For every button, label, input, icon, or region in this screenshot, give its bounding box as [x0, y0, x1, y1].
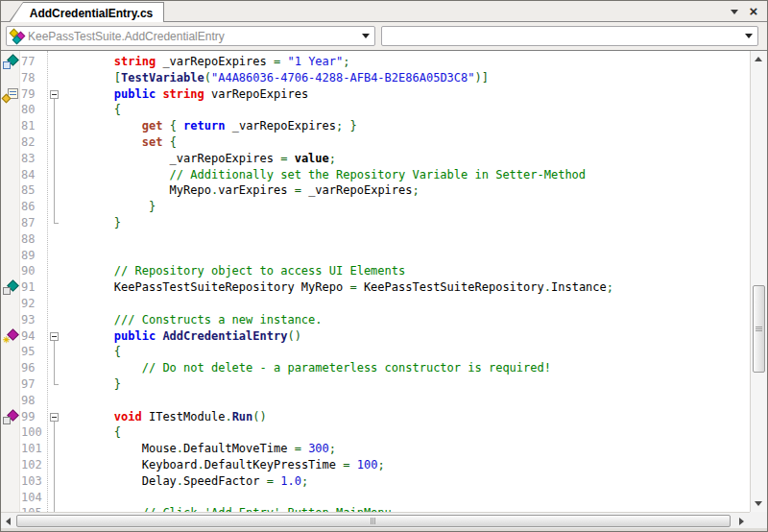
- code-line: 79 public string varRepoExpires: [1, 86, 750, 103]
- document-tab[interactable]: AddCredentialEntry.cs: [9, 2, 164, 22]
- line-number: 78: [21, 70, 47, 86]
- line-number: 85: [21, 182, 47, 199]
- navigation-bar: KeePassTestSuite.AddCredentialEntry: [1, 22, 767, 51]
- vertical-scrollbar[interactable]: [750, 51, 767, 512]
- code-line: 89: [1, 248, 750, 264]
- code-line: 100 {: [1, 424, 750, 441]
- code-line: 93 /// Constructs a new instance.: [1, 312, 750, 328]
- member-selector-combobox[interactable]: [381, 26, 758, 46]
- horizontal-scrollbar[interactable]: [1, 512, 750, 529]
- line-number: 91: [21, 279, 47, 296]
- field-icon: [3, 55, 18, 69]
- chevron-down-icon[interactable]: [740, 34, 757, 38]
- line-number: 102: [21, 457, 47, 473]
- code-line: 95 {: [1, 344, 750, 360]
- code-line: 85 MyRepo.varExpires = _varRepoExpires;: [1, 182, 750, 199]
- code-line: 87 }: [1, 215, 750, 231]
- line-number: 90: [21, 263, 47, 279]
- field-icon: [3, 280, 18, 295]
- code-line: 98: [1, 393, 750, 409]
- code-line: 91 KeePassTestSuiteRepository MyRepo = K…: [1, 279, 750, 296]
- line-number: 87: [21, 215, 47, 231]
- line-number: 89: [21, 248, 47, 264]
- code-line: 78 [TestVariable("A4A86036-4706-4288-AFB…: [1, 70, 750, 86]
- tab-title: AddCredentialEntry.cs: [20, 7, 153, 20]
- line-number: 86: [21, 199, 47, 215]
- tab-list-dropdown-icon[interactable]: [727, 4, 742, 19]
- line-number: 79: [21, 86, 47, 103]
- class-icon: [9, 28, 26, 45]
- line-number: 99: [21, 409, 47, 425]
- fold-toggle[interactable]: [50, 413, 59, 422]
- code-line: 80 {: [1, 102, 750, 118]
- code-editor[interactable]: 77 string _varRepoExpires = "1 Year";78 …: [1, 51, 750, 512]
- method-icon: ✳: [3, 329, 18, 344]
- scroll-down-icon[interactable]: [755, 501, 762, 506]
- fold-guide: [54, 99, 55, 223]
- line-number: 103: [21, 473, 47, 490]
- code-line: 103 Delay.SpeedFactor = 1.0;: [1, 473, 750, 490]
- code-line: 88: [1, 231, 750, 248]
- line-number: 77: [21, 54, 47, 70]
- code-line: 94 public AddCredentialEntry(): [1, 328, 750, 345]
- fold-toggle[interactable]: [50, 90, 59, 99]
- property-icon: [3, 87, 18, 102]
- line-number: 92: [21, 296, 47, 312]
- line-number: 105: [21, 505, 47, 512]
- line-number: 100: [21, 424, 47, 441]
- line-number: 95: [21, 344, 47, 360]
- code-line: 86 }: [1, 199, 750, 215]
- window-bottom-strip: [1, 528, 767, 531]
- code-line: 92: [1, 296, 750, 312]
- horizontal-scrollbar-thumb[interactable]: [16, 515, 731, 527]
- fold-end-tick: [54, 384, 59, 385]
- code-line: 84 // Additionally set the Repository Va…: [1, 167, 750, 183]
- chevron-down-icon[interactable]: [357, 34, 374, 38]
- code-line: 102 Keyboard.DefaultKeyPressTime = 100;: [1, 457, 750, 473]
- method-icon: [3, 410, 18, 424]
- code-line: 105 // Click 'Add Entry' Button MainMenu: [1, 505, 750, 512]
- scroll-up-icon[interactable]: [755, 57, 762, 61]
- line-number: 101: [21, 441, 47, 457]
- line-number: 96: [21, 360, 47, 376]
- code-editor-window: AddCredentialEntry.cs × KeePassTestSuite…: [0, 0, 768, 532]
- fold-end-tick: [54, 223, 59, 224]
- vertical-scrollbar-thumb[interactable]: [753, 285, 765, 373]
- line-number: 94: [21, 328, 47, 345]
- code-lines: 77 string _varRepoExpires = "1 Year";78 …: [1, 54, 750, 512]
- fold-guide: [54, 422, 55, 512]
- line-number: 82: [21, 134, 47, 151]
- line-number: 104: [21, 490, 47, 506]
- line-number: 80: [21, 102, 47, 118]
- class-selector-value: KeePassTestSuite.AddCredentialEntry: [28, 30, 357, 43]
- line-number: 81: [21, 118, 47, 134]
- code-line: 104: [1, 490, 750, 506]
- scrollbar-corner: [750, 512, 767, 529]
- code-line: 81 get { return _varRepoExpires; }: [1, 118, 750, 134]
- close-icon[interactable]: ×: [746, 4, 761, 19]
- fold-guide: [54, 341, 55, 384]
- code-line: 101 Mouse.DefaultMoveTime = 300;: [1, 441, 750, 457]
- code-line: 83 _varRepoExpires = value;: [1, 151, 750, 167]
- fold-toggle[interactable]: [50, 332, 59, 341]
- code-line: 82 set {: [1, 134, 750, 151]
- line-number: 97: [21, 376, 47, 393]
- code-line: 99 void ITestModule.Run(): [1, 409, 750, 425]
- tab-bar: AddCredentialEntry.cs ×: [1, 1, 767, 22]
- line-number: 84: [21, 167, 47, 183]
- line-number: 93: [21, 312, 47, 328]
- code-line: 96 // Do not delete - a parameterless co…: [1, 360, 750, 376]
- code-line: 77 string _varRepoExpires = "1 Year";: [1, 54, 750, 70]
- code-line: 97 }: [1, 376, 750, 393]
- scroll-left-icon[interactable]: [6, 518, 11, 525]
- code-line: 90 // Repository object to access UI Ele…: [1, 263, 750, 279]
- line-number: 98: [21, 393, 47, 409]
- line-number: 83: [21, 151, 47, 167]
- scroll-right-icon[interactable]: [739, 518, 744, 525]
- line-number: 88: [21, 231, 47, 248]
- class-selector-combobox[interactable]: KeePassTestSuite.AddCredentialEntry: [6, 26, 375, 46]
